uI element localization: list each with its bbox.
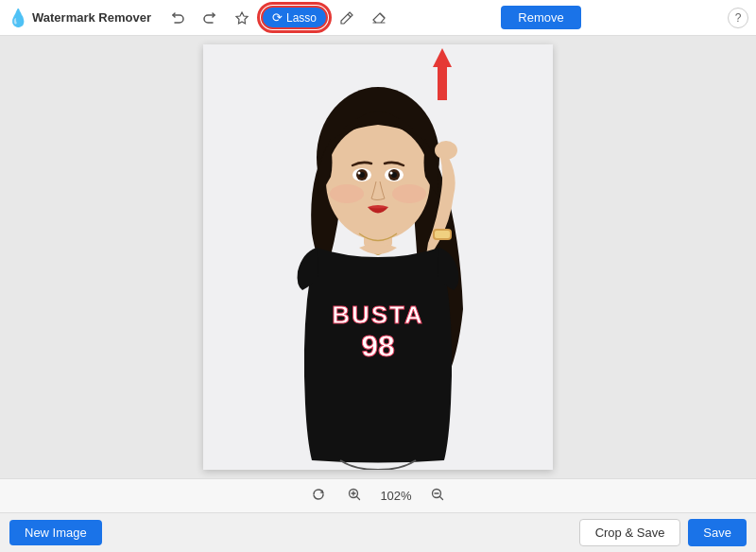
toolbar: 💧 Watermark Remover ⟳ Lasso: [0, 0, 756, 36]
eraser-button[interactable]: [366, 7, 392, 29]
app-title: Watermark Remover: [32, 10, 151, 25]
remove-button[interactable]: Remove: [501, 6, 580, 29]
reset-icon: [311, 487, 326, 502]
svg-text:BUSTA: BUSTA: [332, 301, 424, 329]
undo-icon: [170, 10, 185, 26]
svg-point-14: [390, 172, 393, 175]
image-container: BUSTA BUSTA 98 98: [203, 44, 553, 470]
redo-icon: [202, 10, 217, 26]
footer: New Image Crop & Save Save: [0, 512, 756, 552]
lasso-icon: ⟳: [272, 10, 283, 25]
pen-icon: [339, 10, 354, 26]
lasso-label: Lasso: [286, 11, 317, 25]
eraser-icon: [371, 10, 387, 26]
zoom-bar: 102%: [0, 478, 756, 512]
svg-text:98: 98: [361, 329, 395, 363]
svg-point-16: [392, 184, 426, 203]
zoom-out-button[interactable]: [424, 483, 451, 509]
crop-save-button[interactable]: Crop & Save: [579, 519, 681, 546]
star-icon: [234, 10, 249, 26]
svg-point-18: [435, 141, 457, 160]
favorite-button[interactable]: [229, 7, 255, 29]
svg-point-15: [330, 184, 364, 203]
save-button[interactable]: Save: [688, 519, 747, 546]
undo-button[interactable]: [164, 7, 191, 29]
pen-button[interactable]: [334, 7, 360, 29]
zoom-in-icon: [347, 487, 362, 502]
app-logo: 💧 Watermark Remover: [8, 8, 151, 28]
zoom-in-button[interactable]: [341, 483, 368, 509]
main-area: BUSTA BUSTA 98 98: [0, 36, 756, 478]
zoom-out-icon: [430, 487, 445, 502]
zoom-reset-button[interactable]: [305, 483, 332, 509]
new-image-button[interactable]: New Image: [9, 520, 102, 545]
help-button[interactable]: ?: [728, 8, 748, 28]
svg-point-6: [326, 123, 430, 240]
svg-point-10: [358, 172, 361, 175]
lasso-button[interactable]: ⟳ Lasso: [261, 6, 328, 29]
photo-canvas[interactable]: BUSTA BUSTA 98 98: [203, 44, 553, 470]
svg-rect-24: [435, 231, 450, 238]
redo-button[interactable]: [197, 7, 223, 29]
zoom-level: 102%: [377, 489, 415, 503]
photo-svg: BUSTA BUSTA 98 98: [203, 44, 553, 470]
app-logo-icon: 💧: [8, 8, 28, 28]
svg-marker-0: [236, 12, 248, 24]
footer-actions: Crop & Save Save: [579, 519, 747, 546]
